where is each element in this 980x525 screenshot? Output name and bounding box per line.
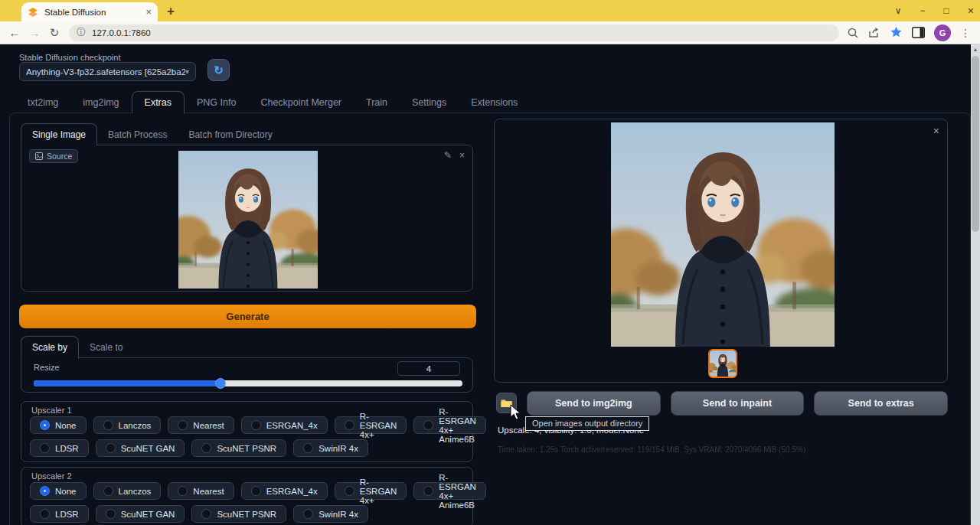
bookmark-star-icon[interactable] xyxy=(890,26,903,39)
close-window-button[interactable]: × xyxy=(968,0,974,21)
scrollbar-up-icon[interactable]: ▲ xyxy=(971,44,980,55)
tab-scale-to[interactable]: Scale to xyxy=(79,337,133,358)
image-source-tabs: Single Image Batch Process Batch from Di… xyxy=(21,122,283,145)
page-scrollbar[interactable]: ▲ xyxy=(971,44,980,525)
reload-icon[interactable]: ↻ xyxy=(44,26,64,40)
upscaler2-option-lanczos[interactable]: Lanczos xyxy=(93,482,162,500)
browser-menu-icon[interactable]: ⋮ xyxy=(960,27,971,39)
upscaler2-option-swinir4x[interactable]: SwinIR 4x xyxy=(293,505,368,523)
zoom-icon[interactable] xyxy=(847,27,859,39)
tab-batch-process[interactable]: Batch Process xyxy=(97,124,178,145)
minimize-button[interactable]: − xyxy=(920,0,926,21)
radio-icon xyxy=(345,420,354,430)
slider-handle[interactable] xyxy=(215,378,226,389)
forward-icon[interactable]: → xyxy=(24,26,44,39)
source-image[interactable] xyxy=(178,151,318,289)
scale-tabs: Scale by Scale to xyxy=(21,338,133,358)
send-to-extras-button[interactable]: Send to extras xyxy=(814,391,948,416)
tab-extras[interactable]: Extras xyxy=(132,91,185,114)
tab-img2img[interactable]: img2img xyxy=(70,92,131,113)
upscaler2-option-esrgan4x[interactable]: ESRGAN_4x xyxy=(241,482,328,500)
radio-icon xyxy=(106,509,116,519)
tab-batch-from-directory[interactable]: Batch from Directory xyxy=(178,124,283,145)
tab-checkpoint-merger[interactable]: Checkpoint Merger xyxy=(248,92,354,113)
source-label: Source xyxy=(47,152,72,161)
upscaler1-option-none[interactable]: None xyxy=(30,416,87,434)
checkpoint-dropdown[interactable]: Anything-V3-fp32.safetensors [625a2ba2] … xyxy=(19,62,196,81)
upscaler2-option-scunet-gan[interactable]: ScuNET GAN xyxy=(96,505,185,523)
upscaler2-option-none[interactable]: None xyxy=(30,482,87,500)
source-chip: Source xyxy=(29,149,78,163)
tab-txt2img[interactable]: txt2img xyxy=(15,92,70,113)
refresh-icon: ↻ xyxy=(214,64,224,77)
mouse-cursor xyxy=(510,404,522,424)
radio-icon xyxy=(303,443,313,453)
radio-icon xyxy=(345,486,354,496)
profile-avatar[interactable]: G xyxy=(934,24,951,41)
tab-settings[interactable]: Settings xyxy=(400,92,459,113)
refresh-checkpoints-button[interactable]: ↻ xyxy=(207,59,230,81)
upscaler1-option-scunet-gan[interactable]: ScuNET GAN xyxy=(96,439,185,457)
gradio-favicon-icon xyxy=(28,7,38,18)
address-bar[interactable]: ⓘ 127.0.0.1:7860 xyxy=(69,24,839,41)
share-icon[interactable] xyxy=(868,27,880,39)
webui-page: Stable Diffusion checkpoint Anything-V3-… xyxy=(0,44,980,525)
checkpoint-label: Stable Diffusion checkpoint xyxy=(19,53,121,62)
resize-slider[interactable] xyxy=(34,380,462,386)
upscaler1-option-scunet-psnr[interactable]: ScuNET PSNR xyxy=(191,439,286,457)
browser-toolbar: ← → ↻ ⓘ 127.0.0.1:7860 G ⋮ xyxy=(0,21,980,44)
generate-button[interactable]: Generate xyxy=(19,305,476,328)
radio-icon xyxy=(40,509,50,519)
send-to-inpaint-button[interactable]: Send to inpaint xyxy=(671,391,805,416)
radio-icon xyxy=(251,486,261,496)
upscaler1-group: Upscaler 1 None Lanczos Nearest ESRGAN_4… xyxy=(21,401,473,462)
upscaler2-option-resrgan4x[interactable]: R-ESRGAN 4x+ xyxy=(335,482,407,500)
gallery-close-icon[interactable]: × xyxy=(933,126,939,136)
result-gallery: × xyxy=(494,119,948,383)
upscaler2-option-ldsr[interactable]: LDSR xyxy=(30,505,89,523)
upscaler1-option-nearest[interactable]: Nearest xyxy=(168,416,234,434)
radio-icon xyxy=(201,509,211,519)
tab-single-image[interactable]: Single Image xyxy=(21,123,97,146)
resize-panel: Resize 4 xyxy=(21,357,473,393)
side-panel-icon[interactable] xyxy=(912,27,925,38)
url-text: 127.0.0.1:7860 xyxy=(92,28,151,38)
upscaler1-option-swinir4x[interactable]: SwinIR 4x xyxy=(293,439,368,457)
source-image-dropzone[interactable]: Source ✎ × xyxy=(21,145,473,292)
site-info-icon[interactable]: ⓘ xyxy=(77,26,86,39)
upscaler2-option-resrgan-anime6b[interactable]: R-ESRGAN 4x+ Anime6B xyxy=(413,482,486,500)
result-thumbnail[interactable] xyxy=(708,349,737,378)
new-tab-button[interactable]: + xyxy=(167,3,175,20)
upscaler1-option-lanczos[interactable]: Lanczos xyxy=(93,416,162,434)
result-image[interactable] xyxy=(611,122,835,347)
send-to-img2img-button[interactable]: Send to img2img xyxy=(527,391,661,416)
upscaler2-option-nearest[interactable]: Nearest xyxy=(168,482,234,500)
back-icon[interactable]: ← xyxy=(5,26,24,39)
browser-tab[interactable]: Stable Diffusion × xyxy=(21,2,158,21)
upscaler1-option-ldsr[interactable]: LDSR xyxy=(30,439,89,457)
tab-close-icon[interactable]: × xyxy=(145,7,152,17)
edit-image-icon[interactable]: ✎ xyxy=(444,150,452,161)
main-tabs: txt2img img2img Extras PNG Info Checkpoi… xyxy=(15,90,530,113)
tab-search-icon[interactable]: ∨ xyxy=(895,0,902,21)
tab-train[interactable]: Train xyxy=(354,92,400,113)
maximize-button[interactable]: □ xyxy=(944,0,949,21)
radio-icon xyxy=(103,420,113,430)
upscaler1-label: Upscaler 1 xyxy=(31,406,72,415)
tab-scale-by[interactable]: Scale by xyxy=(21,336,79,359)
tab-png-info[interactable]: PNG Info xyxy=(185,92,248,113)
tab-extensions[interactable]: Extensions xyxy=(459,92,530,113)
upscaler1-option-resrgan4x[interactable]: R-ESRGAN 4x+ xyxy=(335,416,407,434)
clear-image-icon[interactable]: × xyxy=(459,150,465,161)
radio-icon xyxy=(40,443,50,453)
upscaler1-option-resrgan-anime6b[interactable]: R-ESRGAN 4x+ Anime6B xyxy=(413,416,486,434)
upscaler1-option-esrgan4x[interactable]: ESRGAN_4x xyxy=(241,416,328,434)
footer-stats-faint: Time taken: 1.25s Torch active/reserved:… xyxy=(498,445,805,454)
radio-icon xyxy=(103,486,113,496)
radio-icon xyxy=(106,443,116,453)
radio-icon xyxy=(178,420,188,430)
scrollbar-thumb[interactable] xyxy=(972,56,979,232)
upscaler2-option-scunet-psnr[interactable]: ScuNET PSNR xyxy=(191,505,286,523)
checkpoint-value: Anything-V3-fp32.safetensors [625a2ba2] xyxy=(26,67,185,77)
resize-value-input[interactable]: 4 xyxy=(397,361,460,376)
